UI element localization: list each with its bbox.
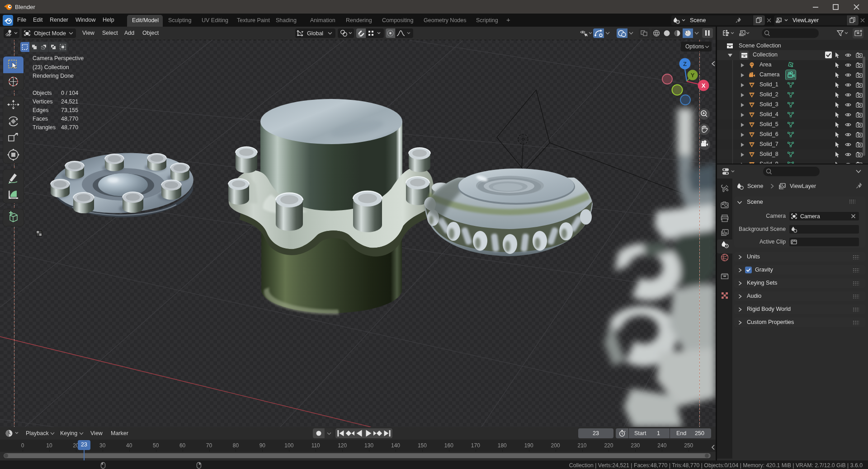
svg-text:Y: Y: [691, 72, 695, 79]
svg-text:Z: Z: [683, 61, 687, 67]
svg-text:X: X: [702, 82, 706, 89]
